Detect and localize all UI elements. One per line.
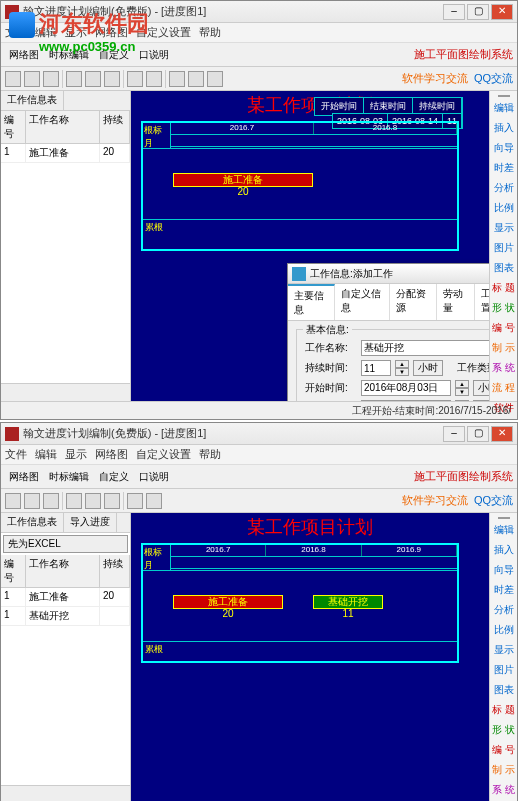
dtab-labor[interactable]: 劳动量 (437, 284, 475, 320)
r-edit[interactable]: 编辑 (492, 521, 515, 539)
link-plan-system[interactable]: 施工平面图绘制系统 (414, 469, 513, 484)
link-qq[interactable]: QQ交流 (474, 493, 513, 508)
gantt-chart[interactable]: 根标月 2016.7 2016.8 2016.9 施工准备 20 (141, 543, 459, 663)
start-spinner[interactable]: ▲▼ (455, 380, 469, 396)
r-guide[interactable]: 向导 (492, 561, 515, 579)
zoom-in-icon[interactable] (169, 71, 185, 87)
link-study[interactable]: 软件学习交流 (402, 71, 468, 86)
zoom-out-icon[interactable] (188, 71, 204, 87)
menu-help[interactable]: 帮助 (199, 25, 221, 40)
minimize-button[interactable]: – (443, 4, 465, 20)
tab-workinfo[interactable]: 工作信息表 (1, 513, 64, 532)
link-study[interactable]: 软件学习交流 (402, 493, 468, 508)
link-qq[interactable]: QQ交流 (474, 71, 513, 86)
toolbar-bar[interactable]: 时标编辑 (45, 468, 93, 486)
start-hour-button[interactable]: 小时 (473, 380, 489, 396)
undo-icon[interactable] (127, 71, 143, 87)
table-row[interactable]: 1 基础开挖 (1, 607, 130, 626)
new-icon[interactable] (5, 493, 21, 509)
dtab-setting[interactable]: 工作设置 (475, 284, 489, 320)
r-insert[interactable]: 插入 (492, 119, 515, 137)
toolbar-custom[interactable]: 自定义 (95, 468, 133, 486)
r-flow[interactable]: 流 程 (492, 379, 515, 397)
table-row[interactable]: 1 施工准备 20 (1, 588, 130, 607)
r-chart[interactable]: 图表 (492, 259, 515, 277)
r-chart[interactable]: 图表 (492, 681, 515, 699)
end-input[interactable] (361, 400, 451, 401)
r-scale[interactable]: 比例 (492, 621, 515, 639)
dtab-main[interactable]: 主要信息 (288, 284, 335, 320)
r-analyze[interactable]: 分析 (492, 601, 515, 619)
tab-import[interactable]: 导入进度 (64, 513, 117, 532)
dtab-resource[interactable]: 分配资源 (390, 284, 437, 320)
menu-custom[interactable]: 自定义设置 (136, 447, 191, 462)
r-system[interactable]: 系 统 (492, 359, 515, 377)
maximize-button[interactable]: ▢ (467, 4, 489, 20)
close-button[interactable]: ✕ (491, 426, 513, 442)
redo-icon[interactable] (146, 71, 162, 87)
save-icon[interactable] (43, 71, 59, 87)
r-title[interactable]: 标 题 (492, 279, 515, 297)
r-number[interactable]: 编 号 (492, 741, 515, 759)
r-number[interactable]: 编 号 (492, 319, 515, 337)
close-button[interactable]: ✕ (491, 4, 513, 20)
menu-view[interactable]: 显示 (65, 447, 87, 462)
canvas-area[interactable]: 某工作项目计划 根标月 2016.7 2016.8 2016.9 (131, 513, 489, 801)
duration-input[interactable] (361, 360, 391, 376)
print-icon[interactable] (207, 71, 223, 87)
export-excel-button[interactable]: 先为EXCEL (3, 535, 128, 553)
minimize-button[interactable]: – (443, 426, 465, 442)
new-icon[interactable] (5, 71, 21, 87)
r-slack[interactable]: 时差 (492, 581, 515, 599)
toolbar-doc[interactable]: 口说明 (135, 468, 173, 486)
r-make[interactable]: 制 示 (492, 339, 515, 357)
redo-icon[interactable] (146, 493, 162, 509)
r-shape[interactable]: 形 状 (492, 299, 515, 317)
r-insert[interactable]: 插入 (492, 541, 515, 559)
table-row[interactable]: 1 施工准备 20 (1, 144, 130, 163)
end-spinner[interactable]: ▲▼ (455, 400, 469, 401)
copy-icon[interactable] (85, 71, 101, 87)
copy-icon[interactable] (85, 493, 101, 509)
cut-icon[interactable] (66, 71, 82, 87)
toolbar-net[interactable]: 网络图 (5, 468, 43, 486)
end-hour-button[interactable]: 小时 (473, 400, 489, 401)
link-plan-system[interactable]: 施工平面图绘制系统 (414, 47, 513, 62)
r-image[interactable]: 图片 (492, 239, 515, 257)
arrow-tool-icon[interactable] (498, 95, 510, 97)
menu-edit[interactable]: 编辑 (35, 447, 57, 462)
paste-icon[interactable] (104, 71, 120, 87)
menu-help[interactable]: 帮助 (199, 447, 221, 462)
task-bar-1[interactable]: 施工准备 20 (173, 595, 283, 609)
r-show[interactable]: 显示 (492, 641, 515, 659)
r-analyze[interactable]: 分析 (492, 179, 515, 197)
start-input[interactable] (361, 380, 451, 396)
cut-icon[interactable] (66, 493, 82, 509)
menu-network[interactable]: 网络图 (95, 447, 128, 462)
name-input[interactable] (361, 340, 489, 356)
gantt-chart[interactable]: 根标月 2016.7 2016.8 施工准备 20 累根 (141, 121, 459, 251)
task-bar-1[interactable]: 施工准备 20 (173, 173, 313, 187)
duration-spinner[interactable]: ▲▼ (395, 360, 409, 376)
arrow-tool-icon[interactable] (498, 517, 510, 519)
tab-workinfo[interactable]: 工作信息表 (1, 91, 64, 110)
save-icon[interactable] (43, 493, 59, 509)
open-icon[interactable] (24, 71, 40, 87)
canvas-area[interactable]: 某工作项目计划 开始时间 结束时间 持续时间 2016-08-03 2016-0… (131, 91, 489, 401)
open-icon[interactable] (24, 493, 40, 509)
r-image[interactable]: 图片 (492, 661, 515, 679)
r-guide[interactable]: 向导 (492, 139, 515, 157)
paste-icon[interactable] (104, 493, 120, 509)
menu-file[interactable]: 文件 (5, 447, 27, 462)
dtab-custom[interactable]: 自定义信息 (335, 284, 390, 320)
r-shape[interactable]: 形 状 (492, 721, 515, 739)
undo-icon[interactable] (127, 493, 143, 509)
maximize-button[interactable]: ▢ (467, 426, 489, 442)
r-title[interactable]: 标 题 (492, 701, 515, 719)
task-bar-2[interactable]: 基础开挖 11 (313, 595, 383, 609)
r-scale[interactable]: 比例 (492, 199, 515, 217)
r-slack[interactable]: 时差 (492, 159, 515, 177)
r-edit[interactable]: 编辑 (492, 99, 515, 117)
r-system[interactable]: 系 统 (492, 781, 515, 799)
r-make[interactable]: 制 示 (492, 761, 515, 779)
